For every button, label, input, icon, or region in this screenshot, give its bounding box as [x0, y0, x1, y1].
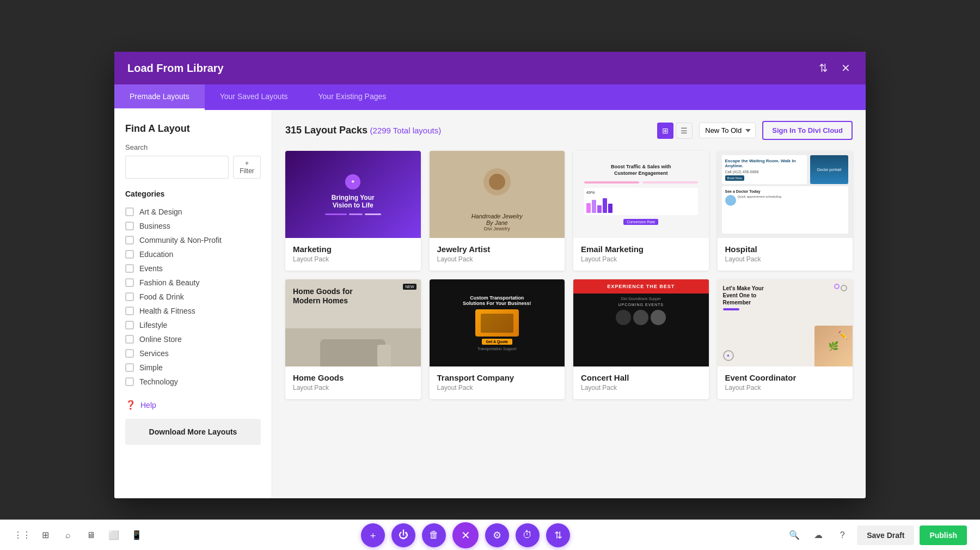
sign-in-btn[interactable]: Sign In To Divi Cloud — [762, 121, 853, 140]
card-image-jewelry: Handmade JewelryBy Jane Divi Jewelry — [430, 151, 565, 238]
card-name-marketing: Marketing — [293, 245, 413, 254]
card-name-transport: Transport Company — [437, 373, 558, 382]
layout-card-hospital[interactable]: Escape the Waiting Room. Walk In Anytime… — [718, 151, 853, 271]
layout-card-concert[interactable]: EXPERIENCE THE BEST Divi Soundtrack Supp… — [573, 279, 709, 399]
layout-card-marketing[interactable]: ✦ Bringing YourVision to Life Marketin — [285, 151, 421, 271]
category-food[interactable]: Food & Drink — [125, 290, 261, 304]
search-label: Search — [125, 143, 261, 151]
desktop-view-btn[interactable]: 🖥 — [82, 526, 100, 545]
category-fashion[interactable]: Fashion & Beauty — [125, 276, 261, 290]
tab-saved[interactable]: Your Saved Layouts — [205, 84, 303, 110]
category-checkbox-fashion[interactable] — [125, 278, 134, 287]
card-image-marketing: ✦ Bringing YourVision to Life — [285, 151, 421, 238]
card-name-jewelry: Jewelry Artist — [437, 245, 558, 254]
category-community[interactable]: Community & Non-Profit — [125, 233, 261, 247]
category-checkbox-services[interactable] — [125, 349, 134, 358]
category-checkbox-community[interactable] — [125, 236, 134, 245]
download-box: Download More Layouts — [125, 419, 261, 445]
category-lifestyle[interactable]: Lifestyle — [125, 318, 261, 332]
filter-button[interactable]: + Filter — [233, 156, 261, 179]
add-element-btn[interactable]: ＋ — [361, 523, 385, 547]
header-right: ⊞ ☰ New To Old Old To New A to Z Z to A … — [657, 121, 853, 140]
save-draft-btn[interactable]: Save Draft — [857, 525, 914, 545]
card-name-event: Event Coordinator — [725, 373, 846, 382]
category-simple[interactable]: Simple — [125, 360, 261, 375]
card-type-transport: Layout Pack — [437, 384, 558, 392]
help-label: Help — [140, 401, 156, 410]
wireframe-btn[interactable]: ⊞ — [36, 526, 54, 545]
card-type-marketing: Layout Pack — [293, 255, 413, 263]
sort-select[interactable]: New To Old Old To New A to Z Z to A — [699, 123, 756, 138]
cloud-icon-btn[interactable]: ☁ — [809, 526, 828, 545]
download-box-title: Download More Layouts — [134, 427, 252, 436]
card-type-hospital: Layout Pack — [725, 255, 846, 263]
help-row[interactable]: ❓ Help — [125, 400, 261, 410]
category-education[interactable]: Education — [125, 247, 261, 261]
tablet-view-btn[interactable]: ⬜ — [105, 526, 123, 545]
category-checkbox-simple[interactable] — [125, 363, 134, 372]
category-checkbox-education[interactable] — [125, 250, 134, 259]
bottom-toolbar: ⋮⋮ ⊞ ⌕ 🖥 ⬜ 📱 ＋ ⏻ 🗑 ✕ ⚙ ⏱ ⇅ 🔍 ☁ ? Save Dr… — [0, 520, 980, 550]
category-art-design[interactable]: Art & Design — [125, 205, 261, 219]
category-services[interactable]: Services — [125, 346, 261, 360]
mobile-view-btn[interactable]: 📱 — [127, 526, 146, 545]
search-pages-btn[interactable]: ⌕ — [59, 526, 77, 545]
search-icon-btn[interactable]: 🔍 — [785, 526, 804, 545]
tab-existing[interactable]: Your Existing Pages — [303, 84, 402, 110]
layout-card-jewelry[interactable]: Handmade JewelryBy Jane Divi Jewelry Jew… — [430, 151, 565, 271]
help-icon-btn[interactable]: ? — [833, 526, 852, 545]
close-btn[interactable]: ✕ — [452, 522, 479, 548]
card-info-transport: Transport Company Layout Pack — [430, 366, 565, 399]
category-checkbox-lifestyle[interactable] — [125, 321, 134, 329]
category-checkbox-art[interactable] — [125, 207, 134, 216]
card-type-event: Layout Pack — [725, 384, 846, 392]
view-toggle: ⊞ ☰ — [657, 123, 693, 139]
category-online-store[interactable]: Online Store — [125, 332, 261, 346]
category-label-online: Online Store — [139, 335, 182, 344]
category-checkbox-events[interactable] — [125, 264, 134, 273]
grid-view-btn[interactable]: ⊞ — [657, 123, 673, 139]
tab-premade[interactable]: Premade Layouts — [114, 84, 205, 110]
category-business[interactable]: Business — [125, 219, 261, 233]
category-checkbox-technology[interactable] — [125, 377, 134, 386]
category-checkbox-business[interactable] — [125, 222, 134, 230]
modal-title: Load From Library — [127, 62, 224, 75]
trash-btn[interactable]: 🗑 — [422, 523, 446, 547]
card-name-hospital: Hospital — [725, 245, 846, 254]
category-label-events: Events — [139, 264, 163, 273]
total-layouts: (2299 Total layouts) — [370, 126, 442, 135]
card-info-marketing: Marketing Layout Pack — [285, 238, 421, 271]
close-modal-btn[interactable]: ✕ — [839, 59, 853, 77]
settings-btn[interactable]: ⚙ — [485, 523, 509, 547]
category-checkbox-food[interactable] — [125, 292, 134, 301]
jewelry-visual: Handmade JewelryBy Jane Divi Jewelry — [430, 151, 565, 238]
category-checkbox-health[interactable] — [125, 307, 134, 315]
adjust-btn[interactable]: ⇅ — [546, 523, 570, 547]
category-checkbox-online[interactable] — [125, 335, 134, 344]
category-technology[interactable]: Technology — [125, 375, 261, 389]
sidebar: Find A Layout Search + Filter Categories… — [114, 110, 272, 498]
ev-title: Boost Traffic & Sales withCustomer Engag… — [611, 164, 671, 176]
layout-card-transport[interactable]: Custom TransportationSolutions For Your … — [430, 279, 565, 399]
layout-card-email[interactable]: Boost Traffic & Sales withCustomer Engag… — [573, 151, 709, 271]
power-btn[interactable]: ⏻ — [391, 523, 415, 547]
drag-handle-btn[interactable]: ⋮⋮ — [13, 526, 32, 545]
event-visual: Let's Make YourEvent One toRemember ✦ — [718, 279, 853, 366]
list-view-btn[interactable]: ☰ — [676, 123, 693, 139]
mv-circle: ✦ — [345, 174, 360, 190]
concert-visual: EXPERIENCE THE BEST Divi Soundtrack Supp… — [573, 279, 709, 366]
layout-card-event[interactable]: Let's Make YourEvent One toRemember ✦ — [718, 279, 853, 399]
library-modal: Load From Library ⇅ ✕ Premade Layouts Yo… — [114, 52, 866, 498]
layout-card-homegoods[interactable]: Home Goods forModern Homes NEW Home — [285, 279, 421, 399]
category-health[interactable]: Health & Fitness — [125, 304, 261, 318]
publish-btn[interactable]: Publish — [920, 525, 967, 545]
search-input[interactable] — [125, 156, 229, 179]
history-btn[interactable]: ⏱ — [516, 523, 540, 547]
card-image-homegoods: Home Goods forModern Homes NEW — [285, 279, 421, 366]
main-content: 315 Layout Packs (2299 Total layouts) ⊞ … — [272, 110, 866, 498]
modal-overlay: Load From Library ⇅ ✕ Premade Layouts Yo… — [0, 0, 980, 550]
card-image-concert: EXPERIENCE THE BEST Divi Soundtrack Supp… — [573, 279, 709, 366]
category-events[interactable]: Events — [125, 261, 261, 276]
sort-icon-btn[interactable]: ⇅ — [817, 59, 830, 77]
layout-count: 315 Layout Packs — [285, 125, 367, 136]
